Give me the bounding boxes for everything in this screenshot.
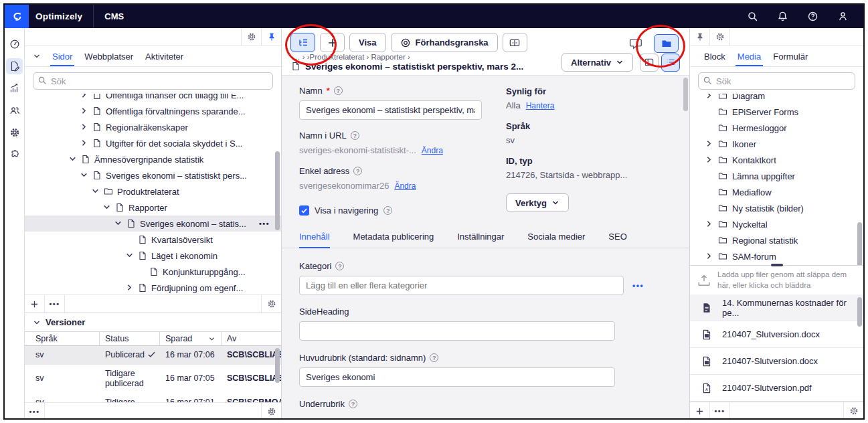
media-folder[interactable]: Diagram [690,94,863,104]
rail-item-edit-page-icon[interactable] [6,58,23,74]
media-file-row[interactable]: A210407-Slutversion.pdf [690,375,863,402]
assets-search-input[interactable] [698,72,855,90]
chevron-down-icon[interactable] [80,171,89,180]
tree-item[interactable]: Fördjupning om egenf... [25,280,281,294]
chevron-right-icon[interactable] [125,283,135,292]
nav-tab-aktiviteter[interactable]: Aktiviteter [139,46,189,66]
tree-item[interactable]: Offentliga finanser och tillägg till E..… [25,94,281,103]
andra-url-link[interactable]: Ändra [422,146,443,155]
assets-add-button[interactable] [690,402,710,420]
versions-settings-gear-icon[interactable] [261,403,281,420]
visa-button[interactable]: Visa [349,33,386,52]
chevron-down-icon[interactable] [125,251,135,260]
media-file-row[interactable]: 14. Kommunernas kostnader för pe... [690,294,863,321]
chevron-right-icon[interactable] [705,94,714,100]
sort-chevron-down-icon[interactable] [208,335,215,343]
nav-tab-sidor[interactable]: Sidor [46,46,78,66]
rail-item-analytics-icon[interactable] [6,80,23,96]
andra-adress-link[interactable]: Ändra [394,181,416,191]
help-icon[interactable]: ? [351,131,359,140]
assets-more-actions-button[interactable]: ••• [710,402,730,420]
editor-scrollbar-thumb[interactable] [683,78,688,111]
comments-bubble-icon[interactable] [629,37,642,50]
layout-view-toggle-button[interactable] [640,54,659,72]
assets-pin-icon[interactable] [690,28,710,46]
tree-item[interactable]: Sveriges ekonomi – statistiskt pers... [25,167,281,183]
media-folder[interactable]: Hermesloggor [690,120,863,136]
chevron-down-icon[interactable] [114,219,123,228]
optimizely-logo[interactable] [5,5,29,28]
media-folder[interactable]: Kontaktkort [690,152,863,168]
media-file-row[interactable]: W210407_Slutversion.docx [690,321,863,348]
chevron-right-icon[interactable] [80,94,89,100]
resize-handle[interactable] [771,264,783,266]
nav-tab-webbplatser[interactable]: Webbplatser [78,46,139,66]
tree-item[interactable]: Produktrelaterat [25,183,281,199]
verktyg-dropdown-button[interactable]: Verktyg [506,193,569,212]
tree-item[interactable]: Utgifter för det sociala skyddet i S... [25,135,281,151]
chevron-right-icon[interactable] [705,252,714,261]
tree-item[interactable]: Sveriges ekonomi – statis...••• [25,216,281,232]
help-icon[interactable]: ? [430,353,438,362]
versions-header[interactable]: Versioner [25,313,281,331]
app-tab-cms[interactable]: CMS [93,5,135,28]
media-file-row[interactable]: W210407-Slutversion.docx [690,348,863,375]
versions-scrollbar-thumb[interactable] [275,348,280,383]
media-folder[interactable]: Nyckeltal [690,216,863,232]
help-icon[interactable]: ? [383,206,392,215]
tree-settings-gear-icon[interactable] [261,295,281,313]
chevron-right-icon[interactable] [80,106,89,116]
structure-toggle-button[interactable] [290,33,315,52]
tree-more-actions-button[interactable]: ••• [45,295,65,313]
add-content-button[interactable] [320,33,345,52]
assets-tab-formulär[interactable]: Formulär [767,46,814,66]
assets-folder-button[interactable] [654,34,679,53]
chevron-down-icon[interactable] [68,155,78,164]
chevron-down-icon[interactable] [91,187,100,196]
tree-item-context-menu-button[interactable]: ••• [259,220,270,228]
media-folder[interactable]: Ny statistik (bilder) [690,200,863,216]
media-folder[interactable]: SAM-forum [690,248,863,264]
assets-settings-gear-icon[interactable] [710,28,730,46]
assets-tab-media[interactable]: Media [731,46,767,66]
media-folder[interactable]: Ikoner [690,136,863,152]
version-row[interactable]: svTidigare publicerad16 mar 07:05SCB\SCB… [25,365,281,394]
content-tab-sociala-medier[interactable]: Sociala medier [527,225,585,248]
folders-scrollbar-thumb[interactable] [857,222,862,265]
media-folder[interactable]: EPiServer Forms [690,104,863,120]
chevron-right-icon[interactable] [80,139,89,148]
breadcrumb[interactable]: … › ›Produktrelaterat › Rapporter › [292,53,410,61]
chevron-down-icon[interactable] [102,203,112,212]
rail-item-settings-gear-icon[interactable] [6,124,23,141]
tree-item[interactable]: Läget i ekonomin [25,248,281,264]
preview-button[interactable]: Förhandsgranska [391,33,498,52]
collapse-panel-chevron-icon[interactable] [33,52,41,60]
pages-search-input[interactable] [33,72,273,90]
versions-column-status[interactable]: Status [100,332,160,345]
hantera-link[interactable]: Hantera [526,101,555,110]
media-folder[interactable]: Regional statistik [690,232,863,248]
upload-drop-area[interactable]: Ladda upp filer genom att släppa dem här… [690,265,863,294]
chevron-right-icon[interactable] [705,220,714,229]
tree-item[interactable]: Ämnesövergripande statistik [25,151,281,167]
kategori-input[interactable] [299,276,624,295]
chevron-right-icon[interactable] [80,122,89,132]
content-tab-seo[interactable]: SEO [608,225,626,248]
content-tab-metadata-publicering[interactable]: Metadata publicering [353,225,434,248]
version-row[interactable]: svPublicerad16 mar 07:06SCB\SCBLIAS [25,346,281,365]
tree-item[interactable]: Rapporter [25,199,281,216]
compare-versions-button[interactable] [503,33,527,52]
assets-toolbar-gear-icon[interactable] [843,402,863,420]
versions-column-av[interactable]: Av [222,332,281,345]
search-icon[interactable] [747,11,758,22]
version-row[interactable]: svTidigare16 mar 07:01SCB\SCBMOAN [25,394,281,402]
files-scrollbar-thumb[interactable] [857,297,862,327]
help-icon[interactable] [807,11,818,22]
versions-more-actions-button[interactable]: ••• [25,403,45,420]
versions-column-sparad[interactable]: Sparad [160,332,222,345]
tree-scrollbar-thumb[interactable] [275,151,280,230]
tree-item[interactable]: Kvartalsöversikt [25,232,281,248]
media-folder[interactable]: Lämna uppgifter [690,168,863,184]
assets-tab-block[interactable]: Block [698,46,731,66]
rail-item-addons-puzzle-icon[interactable] [6,147,23,163]
